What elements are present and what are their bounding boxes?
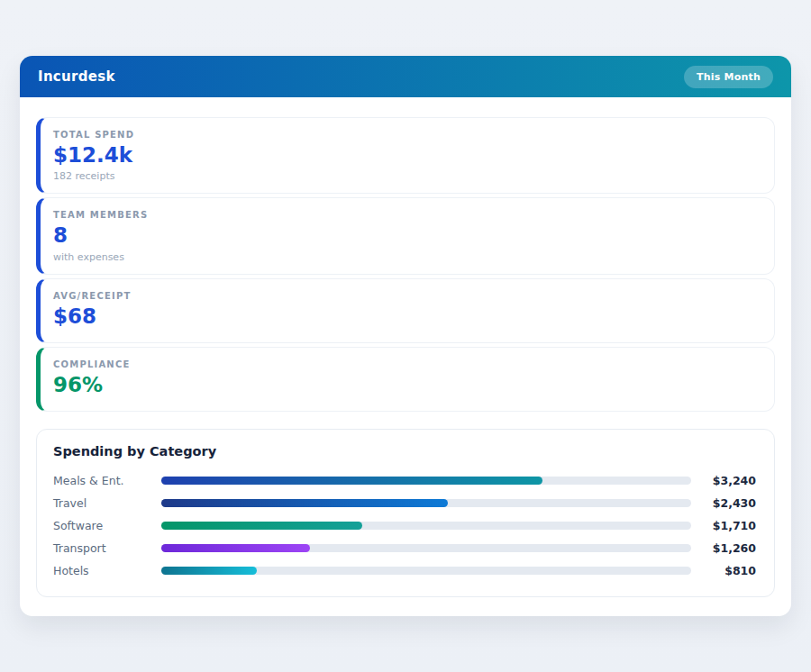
stat-value: $68 [53,305,758,328]
bar-track [161,499,691,507]
bar-fill-travel [161,499,448,507]
bar-track [161,544,691,552]
stat-value: 96% [53,374,758,396]
category-label: Software [53,519,161,532]
stat-label: TOTAL SPEND [53,130,758,140]
bar-track [161,567,691,575]
app-title: Incurdesk [38,68,115,85]
stat-card-total-spend: TOTAL SPEND $12.4k 182 receipts [36,117,775,194]
category-label: Transport [53,541,161,555]
chart-row-transport: Transport $1,260 [53,537,756,559]
bar-fill-transport [161,544,310,552]
chart-row-travel: Travel $2,430 [53,492,756,514]
stat-card-team-members: TEAM MEMBERS 8 with expenses [36,197,775,274]
dashboard-content: TOTAL SPEND $12.4k 182 receipts TEAM MEM… [20,97,791,597]
app-header: Incurdesk This Month [20,56,791,97]
bar-fill-meals [161,477,542,485]
category-label: Hotels [53,564,161,577]
category-value: $810 [691,564,756,577]
bar-fill-software [161,522,362,530]
chart-title: Spending by Category [53,444,756,459]
stat-subtext: 182 receipts [53,170,758,182]
category-value: $1,710 [691,519,756,532]
category-label: Meals & Ent. [53,474,161,487]
chart-row-software: Software $1,710 [53,514,756,537]
spending-by-category-panel: Spending by Category Meals & Ent. $3,240… [36,429,775,597]
stat-label: COMPLIANCE [53,359,758,369]
category-label: Travel [53,496,161,510]
period-badge[interactable]: This Month [684,66,773,88]
category-value: $2,430 [691,496,756,510]
chart-row-hotels: Hotels $810 [53,559,756,582]
stat-value: 8 [53,224,758,247]
category-value: $1,260 [691,541,756,555]
category-value: $3,240 [691,474,756,487]
bar-fill-hotels [161,567,257,575]
stat-subtext: with expenses [53,251,758,263]
bar-track [161,477,691,485]
dashboard-window: Incurdesk This Month TOTAL SPEND $12.4k … [20,56,791,616]
page-background: Incurdesk This Month TOTAL SPEND $12.4k … [0,0,811,672]
stat-value: $12.4k [53,144,758,167]
chart-row-meals: Meals & Ent. $3,240 [53,469,756,492]
stat-card-compliance: COMPLIANCE 96% [36,347,775,412]
stat-label: TEAM MEMBERS [53,210,758,220]
stat-card-avg-receipt: AVG/RECEIPT $68 [36,278,775,343]
stat-label: AVG/RECEIPT [53,291,758,301]
bar-track [161,522,691,530]
